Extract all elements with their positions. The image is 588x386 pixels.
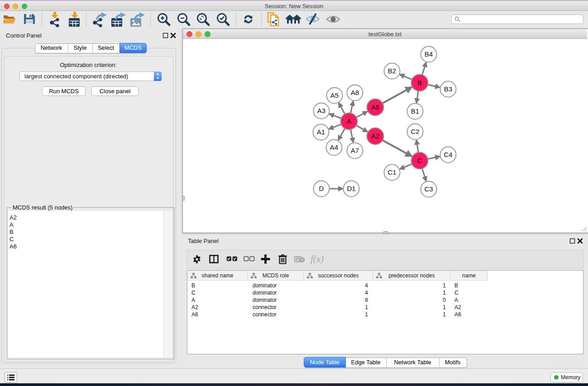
svg-text:B3: B3 bbox=[444, 85, 452, 93]
svg-text:A2: A2 bbox=[371, 132, 379, 140]
svg-text:A7: A7 bbox=[351, 147, 359, 154]
svg-text:C3: C3 bbox=[424, 185, 433, 193]
svg-text:A6: A6 bbox=[371, 103, 379, 111]
svg-text:A5: A5 bbox=[330, 91, 339, 99]
svg-text:B4: B4 bbox=[425, 50, 433, 58]
svg-text:A8: A8 bbox=[351, 89, 359, 96]
svg-text:A3: A3 bbox=[317, 107, 325, 114]
svg-text:B1: B1 bbox=[411, 107, 419, 115]
svg-text:B2: B2 bbox=[388, 67, 396, 75]
svg-text:C: C bbox=[417, 157, 422, 164]
svg-text:D1: D1 bbox=[347, 185, 355, 192]
svg-text:A4: A4 bbox=[330, 143, 338, 151]
svg-text:A: A bbox=[347, 117, 351, 125]
svg-text:A1: A1 bbox=[317, 128, 325, 136]
svg-text:B: B bbox=[417, 79, 422, 86]
svg-text:D: D bbox=[319, 185, 324, 192]
svg-text:C4: C4 bbox=[444, 151, 452, 158]
svg-text:C2: C2 bbox=[411, 128, 419, 135]
svg-text:C1: C1 bbox=[387, 168, 396, 176]
